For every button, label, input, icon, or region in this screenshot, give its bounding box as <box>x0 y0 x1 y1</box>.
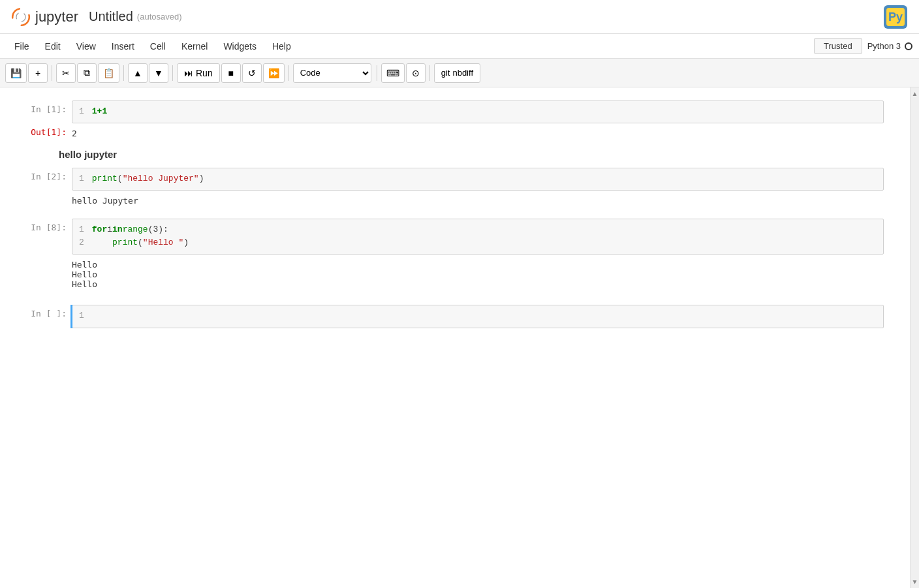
for-keyword: for <box>92 223 107 237</box>
cell-empty: In [ ]: 1 <box>13 305 884 328</box>
line-num-1: 1 <box>79 172 84 186</box>
notebook-container: In [1]: 1 1+1 Out[1]: 2 hello jupyter In… <box>0 87 919 588</box>
cell-2-line-1: 1 print("hello Jupyter") <box>79 172 877 186</box>
header: jupyter Untitled (autosaved) Py <box>0 0 919 34</box>
toolbar-separator-2 <box>123 65 124 81</box>
kernel-info: Python 3 <box>867 41 912 51</box>
run-icon: ⏭ <box>184 68 193 78</box>
cell-empty-in-label: In [ ]: <box>13 305 72 318</box>
cell-empty-line-1: 1 <box>79 309 877 323</box>
code-paren: ( <box>117 172 123 186</box>
menu-cell[interactable]: Cell <box>142 37 174 55</box>
code-print-fn: print <box>92 172 117 186</box>
run-label: Run <box>196 68 213 78</box>
toolbar-separator-3 <box>172 65 173 81</box>
trusted-button[interactable]: Trusted <box>814 38 862 54</box>
cell-1-output: 2 <box>72 126 77 141</box>
cell-1-line-1: 1 1+1 <box>79 105 877 119</box>
kernel-name: Python 3 <box>867 41 901 51</box>
svg-point-0 <box>12 8 29 25</box>
cell-8: In [8]: 1 for i in range(3): 2 print ("H… <box>13 219 884 292</box>
nbdiff-label: nbdiff <box>452 68 473 78</box>
hello-string: "Hello " <box>143 236 183 250</box>
cell-2-in-label: In [2]: <box>13 168 72 181</box>
add-cell-button[interactable]: + <box>28 63 48 83</box>
cell-2-input-row: In [2]: 1 print("hello Jupyter") <box>13 168 884 191</box>
cell-8-in-label: In [8]: <box>13 219 72 232</box>
menu-help[interactable]: Help <box>264 37 299 55</box>
jupyter-icon <box>10 7 31 27</box>
toolbar-separator-5 <box>377 65 377 81</box>
range-fn: range <box>123 223 148 237</box>
menu-widgets[interactable]: Widgets <box>215 37 264 55</box>
restart-button[interactable]: ↺ <box>242 63 262 83</box>
cell-type-select[interactable]: Code Markdown Raw NBConvert <box>293 63 371 83</box>
stop-button[interactable]: ■ <box>221 63 241 83</box>
code-close-paren: ) <box>199 172 204 186</box>
git-label: git <box>441 68 450 78</box>
cell-1-in-label: In [1]: <box>13 101 72 114</box>
python-logo: Py <box>882 4 909 30</box>
paste-button[interactable]: 📋 <box>98 63 119 83</box>
cell-empty-input-row: In [ ]: 1 <box>13 305 884 328</box>
active-cell-bar <box>70 305 72 328</box>
cell-2: In [2]: 1 print("hello Jupyter") hello J… <box>13 168 884 208</box>
cut-button[interactable]: ✂ <box>56 63 76 83</box>
cell-empty-code[interactable]: 1 <box>72 305 884 328</box>
notebook-title[interactable]: Untitled <box>89 9 133 24</box>
empty-content <box>92 309 97 323</box>
cell-8-line-1: 1 for i in range(3): <box>79 223 877 237</box>
scrollbar[interactable]: ▲ ▼ <box>910 87 919 588</box>
copy-button[interactable]: ⧉ <box>77 63 97 83</box>
fastforward-button[interactable]: ⏩ <box>263 63 285 83</box>
menu-file[interactable]: File <box>7 37 37 55</box>
cell-8-code[interactable]: 1 for i in range(3): 2 print ("Hello ") <box>72 219 884 255</box>
markdown-cell[interactable]: hello jupyter <box>0 141 910 168</box>
range-args: (3): <box>148 223 168 237</box>
toolbar-separator-4 <box>288 65 289 81</box>
notebook-content[interactable]: In [1]: 1 1+1 Out[1]: 2 hello jupyter In… <box>0 87 910 588</box>
menu-edit[interactable]: Edit <box>37 37 69 55</box>
line-num-1: 1 <box>79 223 84 237</box>
move-down-button[interactable]: ▼ <box>149 63 168 83</box>
cell-1-input-row: In [1]: 1 1+1 <box>13 101 884 123</box>
cell-1-output-row: Out[1]: 2 <box>13 126 884 141</box>
scroll-up-arrow[interactable]: ▲ <box>911 87 919 100</box>
cell-8-output-row: Hello Hello Hello <box>13 257 884 292</box>
app-name-label: jupyter <box>35 8 78 25</box>
keyboard-button[interactable]: ⌨ <box>381 63 405 83</box>
code-expression: 1+1 <box>92 105 107 119</box>
cell-2-output-row: hello Jupyter <box>13 193 884 208</box>
git-nbdiff-button[interactable]: git nbdiff <box>434 63 480 83</box>
cell-1-code[interactable]: 1 1+1 <box>72 101 884 123</box>
scroll-down-arrow[interactable]: ▼ <box>911 576 919 588</box>
code-indent <box>92 236 112 250</box>
line-num-2: 2 <box>79 236 84 250</box>
print-fn: print <box>112 236 138 250</box>
cell-1: In [1]: 1 1+1 Out[1]: 2 <box>13 101 884 141</box>
cell-8-input-row: In [8]: 1 for i in range(3): 2 print ("H… <box>13 219 884 255</box>
line-num-1: 1 <box>79 309 84 323</box>
toolbar-separator-1 <box>52 65 52 81</box>
move-up-button[interactable]: ▲ <box>128 63 148 83</box>
close-paren: ) <box>183 236 189 250</box>
menubar: File Edit View Insert Cell Kernel Widget… <box>0 34 919 59</box>
run-button[interactable]: ⏭ Run <box>177 63 220 83</box>
kernel-status-circle <box>905 42 912 50</box>
toolbar-separator-6 <box>429 65 430 81</box>
cell-8-line-2: 2 print ("Hello ") <box>79 236 877 250</box>
history-button[interactable]: ⊙ <box>406 63 426 83</box>
cell-2-code[interactable]: 1 print("hello Jupyter") <box>72 168 884 191</box>
cell-2-output: hello Jupyter <box>72 193 138 208</box>
code-string: "hello Jupyter" <box>123 172 199 186</box>
line-num-1: 1 <box>79 105 84 119</box>
in-keyword: in <box>112 223 123 237</box>
cell-8-output: Hello Hello Hello <box>72 257 97 292</box>
menu-view[interactable]: View <box>69 37 104 55</box>
save-button[interactable]: 💾 <box>5 63 27 83</box>
menu-kernel[interactable]: Kernel <box>174 37 215 55</box>
jupyter-logo[interactable]: jupyter <box>10 7 78 27</box>
svg-point-1 <box>16 12 25 21</box>
menu-insert[interactable]: Insert <box>104 37 142 55</box>
svg-text:Py: Py <box>888 10 903 23</box>
